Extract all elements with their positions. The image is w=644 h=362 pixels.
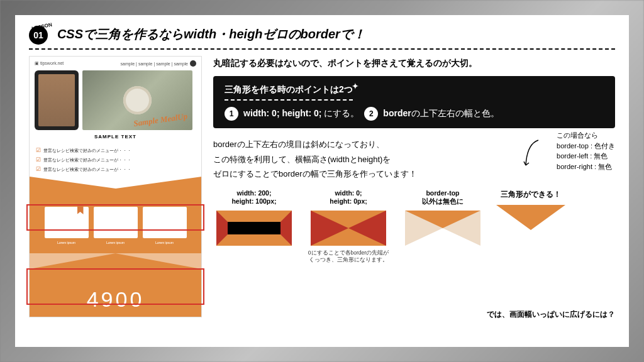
page: LESSON 01 CSSで三角を作るならwidth・heighゼロのborde… [15,15,629,347]
explanation-text: borderの上下左右の境目は斜めになっており、 この特徴を利用して、横幅高さ(… [213,137,615,181]
step-2-note: 0にすることで各borderの先端がくっつき、三角形になります。 [308,250,389,265]
number-badge-2: 2 [364,107,378,121]
card-label: Lorem ipsum [45,241,89,244]
check-item: 豊富なレシピ検索で好みのメニューが・・・ [36,165,195,174]
highlight-box-2 [26,268,204,305]
sparkle-icon: ✦ [352,81,359,91]
triangle-band-top [30,177,201,200]
result-block: 三角形ができる！ [496,189,565,230]
footer-question: では、画面幅いっぱいに広げるには？ [487,309,615,320]
mockup-brand: ▣ tipswork.net [35,61,64,66]
result-triangle [496,205,565,230]
check-item: 豊富なレシピ検索で好みのメニューが・・・ [36,155,195,165]
checklist: 豊富なレシピ検索で好みのメニューが・・・ 豊富なレシピ検索で好みのメニューが・・… [30,143,201,177]
card-label: Lorem ipsum [143,241,187,244]
demo-box-1 [216,211,292,246]
step-2: width: 0;height: 0px; 0にすることで各borderの先端が… [308,189,389,265]
card-label: Lorem ipsum [94,241,138,244]
explanation-column: 丸暗記する必要はないので、ポイントを押さえて覚えるのが大切。 三角形を作る時のポ… [213,56,615,317]
key-points-box: 三角形を作る時のポイントは2つ ✦ 1 width: 0; height: 0;… [213,76,615,128]
mockup-column: ▣ tipswork.net sample | sample | sample … [29,56,202,317]
point-2: borderの上下左右の幅と色。 [383,108,499,119]
lesson-title: CSSで三角を作るならwidth・heighゼロのborderで！ [57,26,365,43]
annotation-arrow-icon [523,138,541,169]
point-1: width: 0; height: 0; にする。 [243,108,359,119]
highlight-box-1 [26,204,204,231]
steps-row: width: 200;height: 100px; width: 0;heigh… [213,189,615,265]
check-item: 豊富なレシピ検索で好みのメニューが・・・ [36,146,195,155]
step-1: width: 200;height: 100px; [213,189,295,246]
sample-text-label: SAMPLE TEXT [30,130,201,143]
tablet-mockup [35,70,79,130]
lesson-header: LESSON 01 CSSで三角を作るならwidth・heighゼロのborde… [29,24,615,50]
intro-text: 丸暗記する必要はないので、ポイントを押さえて覚えるのが大切。 [213,56,615,70]
result-label: 三角形ができる！ [496,189,565,200]
hero-food-image [82,70,192,130]
nav-dot-icon [190,60,196,67]
annotation-box: この場合なら border-top : 色付き border-left : 無色… [557,130,615,172]
demo-box-2 [311,211,386,246]
demo-box-3 [405,211,480,246]
key-points-title: 三角形を作る時のポイントは2つ [225,84,353,101]
number-badge-1: 1 [225,107,238,121]
mockup-nav: sample | sample | sample | sample [121,62,188,66]
step-3: border-top以外は無色に [402,189,484,246]
